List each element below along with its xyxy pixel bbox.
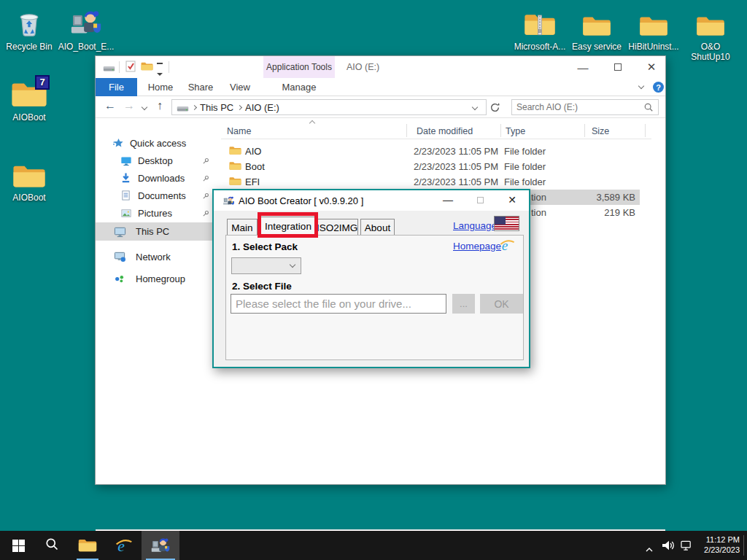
volume-icon[interactable] (661, 540, 676, 554)
file-path-input[interactable] (231, 294, 446, 314)
browse-button: ... (452, 294, 475, 314)
drive-icon (177, 103, 189, 116)
folder-icon (681, 4, 740, 39)
search-box[interactable] (511, 99, 659, 115)
qat-dropdown-icon[interactable] (157, 63, 163, 79)
start-button[interactable] (3, 531, 34, 560)
pin-icon (202, 174, 210, 184)
desktop-icon-hibituninst[interactable]: HiBitUninst... (624, 4, 683, 52)
column-date-modified[interactable]: Date modified (417, 126, 473, 136)
taskbar-aio-boot-active[interactable] (142, 531, 179, 560)
recent-locations-icon[interactable] (142, 104, 147, 110)
folder-icon (229, 145, 241, 158)
help-icon[interactable]: ? (653, 82, 664, 93)
hidden-icons-chevron-icon[interactable] (645, 542, 654, 556)
start-icon (12, 540, 25, 552)
maximize-button[interactable] (602, 56, 634, 78)
step1-label: 1. Select Pack (232, 241, 298, 252)
homegroup-icon (114, 273, 125, 287)
sidebar-item-pictures[interactable]: Pictures (96, 205, 221, 222)
properties-check-icon[interactable] (125, 61, 136, 75)
dialog-close-button[interactable]: ✕ (500, 190, 525, 209)
table-row[interactable]: EFI 2/23/2023 11:05 PM File folder (221, 174, 659, 190)
folder-icon (0, 155, 58, 190)
contextual-tab-application-tools: Application Tools (263, 56, 335, 78)
ok-button: OK (480, 294, 523, 314)
pictures-icon (120, 208, 132, 221)
network-icon[interactable] (680, 540, 694, 554)
column-name[interactable]: Name (227, 126, 251, 136)
column-type[interactable]: Type (506, 126, 525, 136)
search-icon[interactable] (643, 102, 654, 115)
desktop-icon-label: O&O ShutUp10 (681, 42, 740, 62)
dialog-minimize-button[interactable]: — (436, 190, 460, 209)
search-input[interactable] (516, 101, 639, 114)
taskbar-file-explorer[interactable] (70, 531, 105, 560)
this-pc-icon (114, 226, 126, 240)
us-flag-icon[interactable] (494, 216, 519, 231)
pack-select-dropdown[interactable] (231, 257, 301, 274)
sidebar-item-network[interactable]: Network (96, 249, 221, 265)
aio-app-icon (222, 195, 235, 210)
tab-view[interactable]: View (223, 78, 257, 96)
sidebar-item-desktop[interactable]: Desktop (96, 152, 221, 169)
new-folder-icon[interactable] (141, 61, 153, 74)
address-bar[interactable]: This PC AIO (E:) (171, 99, 487, 115)
dialog-titlebar: AIO Boot Creator [ v0.9.9.20 ] — ✕ (214, 190, 529, 211)
dialog-title: AIO Boot Creator [ v0.9.9.20 ] (239, 195, 363, 206)
sidebar-item-this-pc[interactable]: This PC (96, 222, 221, 241)
pin-icon (202, 209, 210, 219)
close-button[interactable]: ✕ (635, 56, 667, 78)
window-title: AIO (E:) (347, 62, 379, 72)
tab-file[interactable]: File (96, 78, 137, 96)
navigation-bar: ← → ↑ This PC AIO (E:) (96, 96, 665, 118)
folder-icon (229, 160, 241, 174)
column-size[interactable]: Size (592, 126, 609, 136)
dialog-tab-about[interactable]: About (360, 219, 395, 236)
quick-access-star-icon (113, 138, 124, 151)
breadcrumb-current[interactable]: AIO (E:) (245, 102, 279, 113)
tab-home[interactable]: Home (142, 78, 179, 96)
tab-share[interactable]: Share (182, 78, 219, 96)
sidebar-item-quick-access[interactable]: Quick access (96, 135, 221, 152)
desktop-icon-label: HiBitUninst... (624, 42, 683, 52)
annotation-red-box (258, 212, 318, 238)
up-icon[interactable]: ↑ (157, 99, 163, 112)
breadcrumb-this-pc[interactable]: This PC (200, 102, 233, 113)
sidebar-item-homegroup[interactable]: Homegroup (96, 271, 221, 287)
ribbon-tab-row: File Home Share View Manage ? (96, 78, 665, 96)
refresh-icon[interactable] (489, 102, 500, 116)
desktop-icon-microsoft-a[interactable]: Microsoft-A... (511, 4, 569, 52)
desktop-icon-oo-shutup10[interactable]: O&O ShutUp10 (681, 4, 740, 62)
aio-character-icon (57, 4, 115, 39)
table-row[interactable]: AIO 2/23/2023 11:05 PM File folder (221, 144, 659, 159)
desktop-icon-aioboot-7z[interactable]: 7 AIOBoot (0, 75, 58, 122)
address-dropdown-icon[interactable] (472, 104, 478, 110)
table-row[interactable]: Boot 2/23/2023 11:05 PM File folder (221, 159, 659, 174)
desktop-icon-aio-boot-exe[interactable]: AIO_Boot_E... (57, 4, 115, 52)
taskbar-clock[interactable]: 11:12 PM 2/23/2023 (694, 534, 740, 555)
sidebar-item-documents[interactable]: Documents (96, 187, 221, 204)
dialog-tab-main[interactable]: Main (227, 219, 258, 236)
sidebar-item-downloads[interactable]: Downloads (96, 170, 221, 187)
desktop-icon-label: AIOBoot (0, 192, 58, 203)
show-desktop-button[interactable] (743, 535, 744, 556)
taskbar-search-button[interactable] (36, 531, 67, 560)
language-link[interactable]: Language (453, 220, 497, 231)
ribbon-expand-icon[interactable] (638, 83, 644, 89)
homepage-link[interactable]: Homepage (453, 241, 501, 252)
desktop-icon-aioboot-folder[interactable]: AIOBoot (0, 155, 58, 203)
desktop-icon-recycle-bin[interactable]: Recycle Bin (0, 4, 58, 52)
aio-boot-icon (150, 535, 171, 556)
tab-manage[interactable]: Manage (275, 78, 323, 96)
desktop-icon-easy-service[interactable]: Easy service (568, 4, 626, 52)
minimize-button[interactable]: — (567, 56, 599, 78)
desktop-icon-label: AIOBoot (0, 112, 58, 122)
back-icon[interactable]: ← (104, 99, 116, 112)
pin-icon (202, 156, 210, 167)
taskbar-internet-explorer[interactable] (108, 531, 140, 560)
file-explorer-icon (78, 537, 97, 553)
recycle-bin-icon (0, 4, 58, 39)
documents-icon (120, 190, 131, 203)
dialog-tab-iso2img[interactable]: ISO2IMG (316, 219, 358, 236)
